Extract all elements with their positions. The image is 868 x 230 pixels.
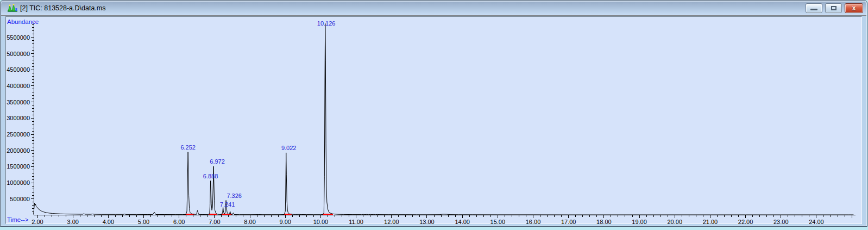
x-tick-label: 22.00: [738, 219, 753, 225]
x-tick-label: 21.00: [703, 219, 718, 225]
tic-window: [2] TIC: 813528-a.D\data.ms x Abundance …: [0, 0, 867, 227]
y-axis-caption: Abundance: [7, 18, 39, 25]
y-tick-label: 1500000: [7, 163, 30, 170]
chromatogram-plot[interactable]: 2.003.004.005.006.007.008.009.0010.0011.…: [6, 17, 862, 224]
y-tick-label: 5500000: [7, 34, 30, 41]
x-tick-label: 23.00: [773, 219, 789, 225]
y-tick-label: 4500000: [7, 66, 30, 73]
restore-button[interactable]: [825, 3, 842, 13]
x-tick-label: 11.00: [349, 219, 363, 225]
x-tick-label: 3.00: [67, 219, 78, 225]
x-tick-label: 10.00: [313, 219, 329, 225]
x-tick-label: 4.00: [103, 219, 114, 225]
chromatogram-icon: [8, 4, 17, 13]
peak-label: 7.241: [220, 201, 235, 208]
close-button[interactable]: x: [845, 3, 863, 13]
x-tick-label: 6.00: [173, 219, 185, 225]
x-tick-label: 2.00: [32, 219, 43, 225]
minimize-button[interactable]: [806, 3, 822, 13]
y-tick-label: 4000000: [7, 83, 30, 89]
y-tick-label: 2000000: [7, 147, 30, 154]
x-tick-label: 16.00: [526, 219, 541, 225]
x-tick-label: 14.00: [455, 219, 470, 225]
window-title: [2] TIC: 813528-a.D\data.ms: [20, 4, 106, 12]
peak-label: 9.022: [281, 145, 297, 151]
peak-label: 6.252: [180, 144, 196, 151]
y-tick-label: 5000000: [7, 51, 30, 57]
y-tick-label: 500000: [10, 196, 30, 202]
x-tick-label: 8.00: [244, 219, 255, 225]
x-tick-label: 20.00: [667, 219, 682, 225]
peak-label: 6.888: [203, 173, 218, 179]
x-tick-label: 5.00: [138, 219, 149, 225]
minimize-icon: [810, 9, 817, 10]
x-tick-label: 7.00: [209, 219, 220, 225]
chromatogram-client-area[interactable]: Abundance Time--> 2.003.004.005.006.007.…: [5, 16, 862, 224]
y-tick-label: 1000000: [7, 179, 30, 186]
x-tick-label: 24.00: [809, 219, 824, 225]
y-tick-label: 3500000: [7, 99, 30, 105]
peak-label: 6.972: [210, 158, 225, 165]
peak-label: 10.126: [317, 20, 336, 27]
x-axis-caption: Time-->: [7, 216, 29, 223]
y-tick-label: 2500000: [7, 131, 30, 138]
title-bar[interactable]: [2] TIC: 813528-a.D\data.ms x: [1, 1, 866, 16]
window-controls: x: [806, 3, 863, 13]
restore-icon: [831, 6, 836, 10]
x-tick-label: 13.00: [419, 219, 435, 225]
x-tick-label: 15.00: [490, 219, 506, 225]
x-tick-label: 19.00: [632, 219, 647, 225]
peak-label: 7.326: [227, 192, 242, 199]
x-tick-label: 12.00: [384, 219, 399, 225]
x-tick-label: 17.00: [561, 219, 576, 225]
y-tick-label: 3000000: [7, 115, 30, 121]
x-tick-label: 18.00: [596, 219, 612, 225]
x-tick-label: 9.00: [280, 219, 291, 225]
close-icon: x: [845, 4, 863, 12]
tic-trace: [34, 23, 854, 215]
